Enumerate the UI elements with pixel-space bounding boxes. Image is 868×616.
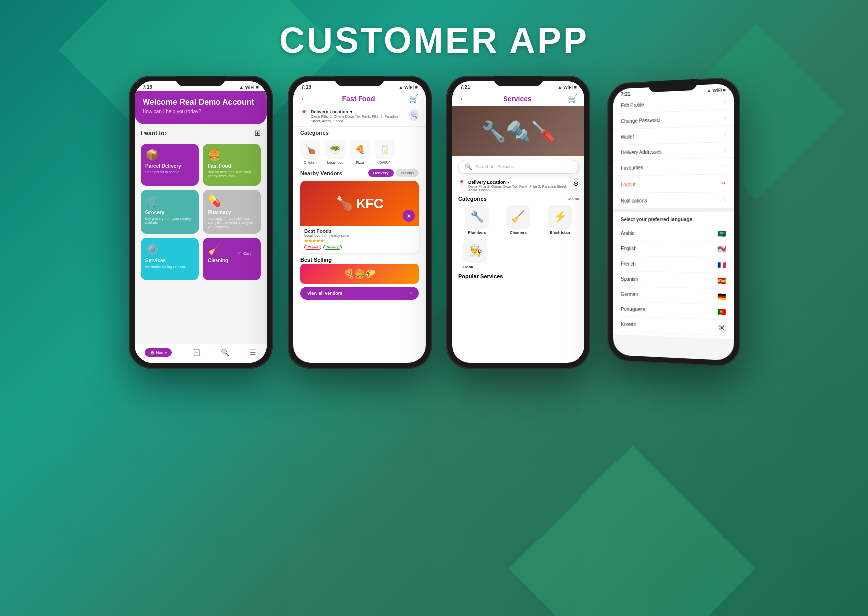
service-card-fastfood[interactable]: 🍔 Fast Food Buy the best meal from your … <box>203 144 261 186</box>
menu-logout[interactable]: Logout ↪ <box>613 174 734 193</box>
service-desc-fastfood: Buy the best meal from your nearby resta… <box>208 170 256 179</box>
search-bar-3[interactable]: 🔍 Search for Services <box>458 160 579 174</box>
svc-cat-cleaners[interactable]: 🧹 Cleaners <box>500 205 537 235</box>
lang-french[interactable]: French 🇫🇷 <box>621 256 726 273</box>
cart-icon-2[interactable]: 🛒 <box>409 94 419 103</box>
svc-cat-electrician[interactable]: ⚡ Electrician <box>541 205 579 235</box>
cleaning-icon: 🧹 <box>208 243 221 256</box>
nav-menu[interactable]: ☰ <box>250 348 256 357</box>
closed-badge: Closed <box>304 245 321 250</box>
nearby-header: Nearby Vendors Delivery Pickup <box>293 167 426 179</box>
cat-label-pizza: Pizza <box>356 161 364 164</box>
lang-arabic[interactable]: Arabic 🇸🇦 <box>621 226 726 242</box>
pickup-tab[interactable]: Pickup <box>396 169 419 177</box>
service-card-grocery[interactable]: 🛒 Grocery buy grocery from your nearby m… <box>141 190 199 234</box>
phone-1: 7:19 ▲ WiFi ■ Welcome Real Demo Account … <box>129 76 273 369</box>
time-1: 7:19 <box>143 84 152 90</box>
pharmacy-icon: 💊 <box>208 195 221 208</box>
language-section: Select your preferred language Arabic 🇸🇦… <box>613 212 734 340</box>
cat-localfood[interactable]: 🥗 Local food <box>325 140 345 164</box>
spanish-flag: 🇪🇸 <box>718 277 726 285</box>
notch-4 <box>648 79 697 92</box>
lang-spanish[interactable]: Spanish 🇪🇸 <box>621 271 726 289</box>
location-pin-icon-3: 📍 <box>458 180 465 186</box>
svc-cat-plumbers[interactable]: 🔧 Plumbers <box>458 205 496 235</box>
cleaners-label: Cleaners <box>510 231 527 235</box>
service-name-parcel: Parcel Delivery <box>145 163 181 169</box>
menu-notifications[interactable]: Notifications › <box>613 192 734 209</box>
english-flag: 🇺🇸 <box>718 245 726 253</box>
welcome-text: Welcome Real Demo Account <box>143 98 259 107</box>
time-2: 7:19 <box>301 84 311 90</box>
parcel-icon: 📦 <box>145 149 159 161</box>
categories-title-2: Categories <box>293 127 426 138</box>
vendor-sub: Local food from nearby store <box>304 234 415 237</box>
service-card-pharmacy[interactable]: 💊 Pharmacy buy drugs for your sickness a… <box>203 190 261 234</box>
tools-icon: 🔧🔩🪛 <box>481 120 556 143</box>
chevron-right-icon-2: › <box>724 115 726 120</box>
nav-home[interactable]: 🏠 Home <box>145 348 172 357</box>
menu-delivery-addresses[interactable]: Delivery Addresses › <box>613 142 734 161</box>
arabic-label: Arabic <box>621 231 634 236</box>
time-4: 7:21 <box>621 91 630 97</box>
svc-cat-cook[interactable]: 👨‍🍳 Cook <box>458 239 579 269</box>
cat-label-localfood: Local food <box>327 161 343 164</box>
profile-menu: Edit Profile › Change Password › Wallet … <box>613 93 734 209</box>
vendor-card-1[interactable]: 🍗 KFC ➤ Best Foods Local food from nearb… <box>300 181 419 253</box>
want-to-label: I want to: <box>141 130 167 137</box>
nearby-title: Nearby Vendors <box>300 170 342 176</box>
best-selling-title: Best Selling <box>293 255 426 264</box>
search-placeholder-3: Search for Services <box>475 164 572 169</box>
nav-search[interactable]: 🔍 <box>221 348 229 357</box>
phone3-title: Services <box>503 95 532 103</box>
lang-english[interactable]: English 🇺🇸 <box>621 241 726 257</box>
cart-overlay: 🛒 Cart <box>232 249 256 258</box>
service-card-cleaning[interactable]: 🧹 Cleaning 🛒 Cart <box>203 238 261 280</box>
categories-section-3: Categories See all 🔧 Plumbers 🧹 Cleaners… <box>452 194 584 271</box>
cat-chicken[interactable]: 🍗 Chicken <box>300 140 320 164</box>
service-desc-grocery: buy grocery from your nearby markets <box>145 217 194 225</box>
cat-label-dairy: DAIRY <box>379 161 390 164</box>
phone1-header: Welcome Real Demo Account How can I help… <box>135 91 267 124</box>
notch-2 <box>335 76 384 86</box>
chevron-right-icon-6: › <box>724 197 726 203</box>
service-name-pharmacy: Pharmacy <box>208 210 231 216</box>
location-pin-icon: 📍 <box>300 110 308 117</box>
service-name-services: Services <box>145 258 166 264</box>
time-3: 7:21 <box>460 84 470 90</box>
german-flag: 🇩🇪 <box>718 292 726 301</box>
logout-icon: ↪ <box>721 179 726 186</box>
logout-label: Logout <box>621 182 635 187</box>
cat-pizza[interactable]: 🍕 Pizza <box>350 140 370 164</box>
view-all-button[interactable]: View all vendors › <box>300 287 419 300</box>
services-grid: 📦 Parcel Delivery Send parcel to people … <box>135 144 267 280</box>
vendor-badges: Closed Delivery <box>304 245 415 250</box>
service-name-fastfood: Fast Food <box>208 163 231 169</box>
cook-row: 👨‍🍳 Cook <box>458 239 579 269</box>
fastfood-icon: 🍔 <box>208 149 221 161</box>
services-icon: ⚙️ <box>145 243 159 256</box>
chevron-right-icon: › <box>724 98 726 104</box>
delivery-tab[interactable]: Delivery <box>368 169 394 177</box>
menu-favourites[interactable]: Favourites › <box>613 158 734 176</box>
service-name-cleaning: Cleaning <box>208 258 228 264</box>
cat-dairy[interactable]: 🥛 DAIRY <box>375 140 395 164</box>
service-card-services[interactable]: ⚙️ Services for vendor selling services <box>141 238 199 280</box>
lang-korean[interactable]: Korean 🇰🇷 <box>621 316 726 336</box>
popular-services-title: Popular Services <box>452 271 584 281</box>
service-card-parcel[interactable]: 📦 Parcel Delivery Send parcel to people <box>141 144 199 186</box>
see-all-link[interactable]: See all <box>567 197 579 201</box>
cart-icon-3[interactable]: 🛒 <box>568 94 578 103</box>
delivery-address-2: Dame Pillar 2, Ohene Down Taxi Rank, Pil… <box>311 114 406 123</box>
search-icon-3: 🔍 <box>465 163 472 170</box>
gps-icon-3[interactable]: ⊕ <box>573 180 579 187</box>
back-button-3[interactable]: ← <box>459 94 467 103</box>
search-button-2[interactable]: 🔍 <box>409 109 419 121</box>
nav-orders[interactable]: 📋 <box>192 348 201 357</box>
delivery-location-2: 📍 Delivery Location ▾ Dame Pillar 2, Ohe… <box>293 106 426 127</box>
categories-title-3: Categories <box>458 196 487 202</box>
back-button-2[interactable]: ← <box>300 94 308 103</box>
vendor-info: Best Foods Local food from nearby store … <box>300 226 419 253</box>
service-desc-parcel: Send parcel to people <box>145 170 179 174</box>
notifications-label: Notifications <box>621 198 647 203</box>
